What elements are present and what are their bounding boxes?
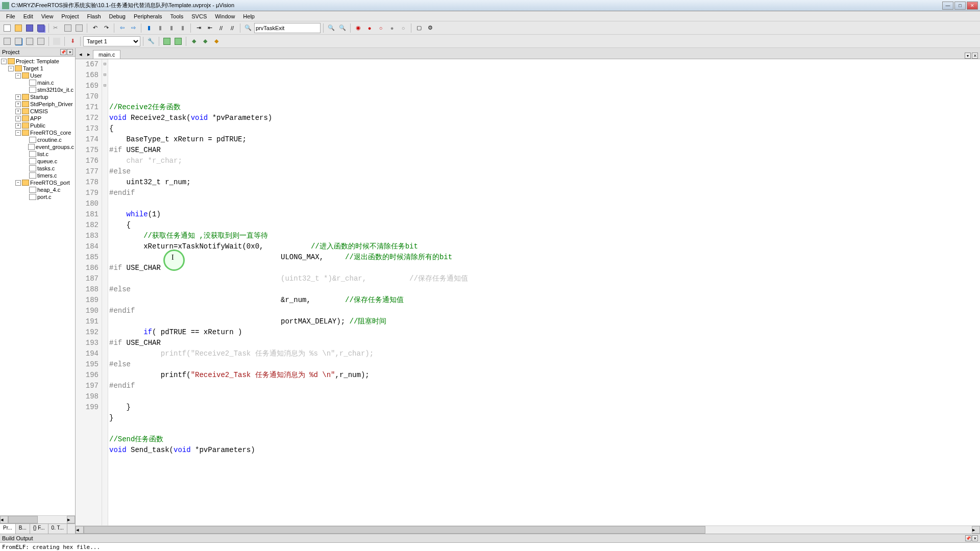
- save-button[interactable]: [24, 23, 35, 33]
- translate-button[interactable]: [2, 36, 12, 46]
- incremental-find-button[interactable]: 🔍: [337, 23, 348, 33]
- menu-project[interactable]: Project: [57, 12, 83, 20]
- tree-project-root[interactable]: −Project: Template: [1, 58, 74, 65]
- file-tab-main[interactable]: main.c: [93, 50, 120, 59]
- open-button[interactable]: [13, 23, 23, 33]
- redo-button[interactable]: ↷: [101, 23, 111, 33]
- panel-close-button[interactable]: ✕: [67, 49, 73, 55]
- undo-button[interactable]: ↶: [90, 23, 100, 33]
- output-close-button[interactable]: ✕: [972, 535, 978, 541]
- pack-installer-button[interactable]: ◆: [189, 36, 199, 46]
- menu-edit[interactable]: Edit: [19, 12, 37, 20]
- file-ext-button[interactable]: [162, 36, 172, 46]
- menu-file[interactable]: File: [2, 12, 19, 20]
- stop-build-button[interactable]: [52, 36, 62, 46]
- close-button[interactable]: ✕: [967, 2, 978, 10]
- tree-file-heap_4-c[interactable]: heap_4.c: [1, 186, 74, 193]
- menu-help[interactable]: Help: [239, 12, 259, 20]
- manage-rte-button[interactable]: ◆: [200, 36, 210, 46]
- tree-file-port-c[interactable]: port.c: [1, 193, 74, 201]
- tree-group-cmsis[interactable]: +CMSIS: [1, 108, 74, 115]
- tree-group-freertos_port[interactable]: −FreeRTOS_port: [1, 179, 74, 186]
- tree-file-tasks-c[interactable]: tasks.c: [1, 165, 74, 172]
- code-content[interactable]: I //Receive2任务函数void Receive2_task(void …: [108, 59, 980, 525]
- tree-file-queue-c[interactable]: queue.c: [1, 158, 74, 165]
- menu-debug[interactable]: Debug: [105, 12, 130, 20]
- tree-group-freertos_core[interactable]: −FreeRTOS_core: [1, 129, 74, 136]
- tree-target[interactable]: −Target 1: [1, 65, 74, 72]
- download-button[interactable]: ⬇: [67, 36, 78, 46]
- enable-breakpoint-button[interactable]: ○: [376, 23, 386, 33]
- menu-flash[interactable]: Flash: [83, 12, 105, 20]
- tree-file-list-c[interactable]: list.c: [1, 151, 74, 158]
- find-in-files-button[interactable]: 🔍: [326, 23, 336, 33]
- target-combo[interactable]: Target 1: [83, 36, 140, 46]
- window-button[interactable]: ▢: [414, 23, 424, 33]
- new-button[interactable]: [2, 23, 12, 33]
- outdent-button[interactable]: ⇤: [205, 23, 215, 33]
- editor-close-button[interactable]: ✕: [972, 53, 978, 59]
- disable-breakpoint-button[interactable]: ●: [387, 23, 397, 33]
- project-tab-1[interactable]: B...: [16, 524, 30, 534]
- tree-group-user[interactable]: −User: [1, 72, 74, 79]
- rebuild-button[interactable]: [24, 36, 35, 46]
- project-tree[interactable]: −Project: Template−Target 1−Usermain.cst…: [0, 57, 75, 515]
- indent-button[interactable]: ⇥: [193, 23, 204, 33]
- tree-file-croutine-c[interactable]: croutine.c: [1, 136, 74, 143]
- nav-fwd-button[interactable]: ⇨: [128, 23, 138, 33]
- bookmark-prev-button[interactable]: ▮: [155, 23, 165, 33]
- tree-group-public[interactable]: +Public: [1, 122, 74, 129]
- tree-group-startup[interactable]: +Startup: [1, 93, 74, 101]
- uncomment-button[interactable]: //: [227, 23, 237, 33]
- menu-peripherals[interactable]: Peripherals: [130, 12, 166, 20]
- tree-group-app[interactable]: +APP: [1, 115, 74, 122]
- output-pin-button[interactable]: 📌: [965, 535, 971, 541]
- file-tabs: ◂ ▸ main.c ▾ ✕: [76, 48, 980, 59]
- menu-window[interactable]: Window: [211, 12, 239, 20]
- menu-tools[interactable]: Tools: [166, 12, 188, 20]
- editor-menu-button[interactable]: ▾: [965, 53, 971, 59]
- menu-svcs[interactable]: SVCS: [187, 12, 211, 20]
- project-tab-3[interactable]: 0. T...: [48, 524, 67, 534]
- batch-build-button[interactable]: [36, 36, 46, 46]
- minimize-button[interactable]: —: [942, 2, 953, 10]
- comment-button[interactable]: //: [216, 23, 226, 33]
- config-button[interactable]: ⚙: [425, 23, 435, 33]
- nav-back-button[interactable]: ⇦: [117, 23, 127, 33]
- build-button[interactable]: [13, 36, 23, 46]
- code-view[interactable]: 1671681691701711721731741751761771781791…: [76, 59, 980, 525]
- paste-button[interactable]: [74, 23, 84, 33]
- tree-group-stdperiph_driver[interactable]: +StdPeriph_Driver: [1, 101, 74, 108]
- panel-pin-button[interactable]: 📌: [60, 49, 66, 55]
- bookmark-clear-button[interactable]: ▮: [178, 23, 188, 33]
- cut-button[interactable]: ✂: [52, 23, 62, 33]
- menu-view[interactable]: View: [37, 12, 58, 20]
- debug-button[interactable]: ◉: [353, 23, 363, 33]
- tree-file-main-c[interactable]: main.c: [1, 79, 74, 86]
- select-pack-button[interactable]: ◆: [211, 36, 222, 46]
- project-tab-0[interactable]: Pr...: [0, 524, 16, 534]
- maximize-button[interactable]: □: [954, 2, 966, 10]
- copy-button[interactable]: [63, 23, 73, 33]
- fold-column[interactable]: ⊟⊟⊟: [102, 59, 108, 525]
- bookmark-next-button[interactable]: ▮: [166, 23, 177, 33]
- tree-file-timers-c[interactable]: timers.c: [1, 172, 74, 179]
- build-output-title: Build Output 📌 ✕: [0, 534, 980, 543]
- build-output-text[interactable]: FromELF: creating hex file... ".\Obj\Tem…: [0, 543, 980, 551]
- find-button[interactable]: 🔍: [243, 23, 253, 33]
- kill-breakpoint-button[interactable]: ○: [398, 23, 408, 33]
- find-combo[interactable]: [254, 23, 321, 33]
- tab-next-button[interactable]: ▸: [85, 49, 93, 59]
- editor-hscroll[interactable]: ◂▸: [76, 525, 980, 534]
- bookmark-button[interactable]: ▮: [144, 23, 154, 33]
- manage-button[interactable]: [173, 36, 183, 46]
- project-tabs: Pr...B...{} F...0. T...: [0, 523, 75, 534]
- insert-breakpoint-button[interactable]: ●: [364, 23, 375, 33]
- project-hscroll[interactable]: ◂▸: [0, 515, 75, 523]
- tree-file-event_groups-c[interactable]: event_groups.c: [1, 143, 74, 151]
- options-button[interactable]: 🔧: [146, 36, 156, 46]
- project-tab-2[interactable]: {} F...: [30, 524, 48, 534]
- tree-file-stm32f10x_it-c[interactable]: stm32f10x_it.c: [1, 86, 74, 93]
- tab-prev-button[interactable]: ◂: [77, 49, 85, 59]
- save-all-button[interactable]: [36, 23, 46, 33]
